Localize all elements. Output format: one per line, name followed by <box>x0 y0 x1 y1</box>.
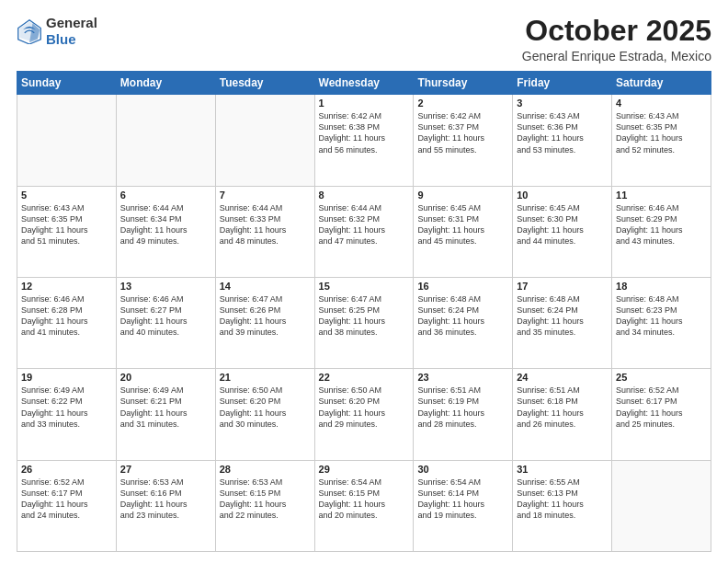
logo: General Blue <box>17 15 97 48</box>
day-number: 27 <box>120 464 211 475</box>
day-number: 6 <box>120 190 211 201</box>
calendar-cell: 6Sunrise: 6:44 AM Sunset: 6:34 PM Daylig… <box>116 186 215 277</box>
cell-details: Sunrise: 6:52 AM Sunset: 6:17 PM Dayligh… <box>616 385 707 430</box>
calendar-cell: 3Sunrise: 6:43 AM Sunset: 6:36 PM Daylig… <box>513 95 612 186</box>
calendar-cell: 14Sunrise: 6:47 AM Sunset: 6:26 PM Dayli… <box>215 277 314 368</box>
day-number: 2 <box>417 98 508 109</box>
calendar-week-3: 19Sunrise: 6:49 AM Sunset: 6:22 PM Dayli… <box>17 369 711 460</box>
calendar-cell: 24Sunrise: 6:51 AM Sunset: 6:18 PM Dayli… <box>513 369 612 460</box>
col-header-tuesday: Tuesday <box>215 72 314 95</box>
day-number: 11 <box>616 190 707 201</box>
cell-details: Sunrise: 6:51 AM Sunset: 6:18 PM Dayligh… <box>517 385 608 430</box>
cell-details: Sunrise: 6:43 AM Sunset: 6:36 PM Dayligh… <box>517 110 608 155</box>
cell-details: Sunrise: 6:50 AM Sunset: 6:20 PM Dayligh… <box>319 385 410 430</box>
cell-details: Sunrise: 6:45 AM Sunset: 6:31 PM Dayligh… <box>417 202 508 247</box>
day-number: 24 <box>517 372 608 383</box>
day-number: 13 <box>120 281 211 292</box>
day-number: 3 <box>517 98 608 109</box>
col-header-monday: Monday <box>116 72 215 95</box>
calendar-cell: 27Sunrise: 6:53 AM Sunset: 6:16 PM Dayli… <box>116 460 215 551</box>
calendar-cell: 13Sunrise: 6:46 AM Sunset: 6:27 PM Dayli… <box>116 277 215 368</box>
calendar-cell: 4Sunrise: 6:43 AM Sunset: 6:35 PM Daylig… <box>612 95 711 186</box>
day-number: 30 <box>417 464 508 475</box>
calendar-week-0: 1Sunrise: 6:42 AM Sunset: 6:38 PM Daylig… <box>17 95 711 186</box>
cell-details: Sunrise: 6:55 AM Sunset: 6:13 PM Dayligh… <box>517 477 608 522</box>
month-title: October 2025 <box>522 15 711 47</box>
calendar-cell: 1Sunrise: 6:42 AM Sunset: 6:38 PM Daylig… <box>314 95 414 186</box>
cell-details: Sunrise: 6:54 AM Sunset: 6:15 PM Dayligh… <box>319 477 410 522</box>
col-header-friday: Friday <box>513 72 612 95</box>
col-header-wednesday: Wednesday <box>314 72 414 95</box>
cell-details: Sunrise: 6:48 AM Sunset: 6:24 PM Dayligh… <box>417 293 508 339</box>
day-number: 7 <box>220 190 311 201</box>
day-number: 14 <box>220 281 311 292</box>
calendar-cell: 9Sunrise: 6:45 AM Sunset: 6:31 PM Daylig… <box>414 186 513 277</box>
cell-details: Sunrise: 6:54 AM Sunset: 6:14 PM Dayligh… <box>417 477 508 522</box>
title-block: October 2025 General Enrique Estrada, Me… <box>522 15 711 63</box>
day-number: 22 <box>319 372 410 383</box>
cell-details: Sunrise: 6:53 AM Sunset: 6:16 PM Dayligh… <box>120 477 211 522</box>
calendar-cell: 15Sunrise: 6:47 AM Sunset: 6:25 PM Dayli… <box>314 277 414 368</box>
calendar-cell: 17Sunrise: 6:48 AM Sunset: 6:24 PM Dayli… <box>513 277 612 368</box>
calendar-cell: 21Sunrise: 6:50 AM Sunset: 6:20 PM Dayli… <box>215 369 314 460</box>
calendar-cell: 22Sunrise: 6:50 AM Sunset: 6:20 PM Dayli… <box>314 369 414 460</box>
header: General Blue October 2025 General Enriqu… <box>17 15 711 63</box>
day-number: 9 <box>417 190 508 201</box>
calendar-cell: 31Sunrise: 6:55 AM Sunset: 6:13 PM Dayli… <box>513 460 612 551</box>
day-number: 16 <box>417 281 508 292</box>
cell-details: Sunrise: 6:43 AM Sunset: 6:35 PM Dayligh… <box>21 202 112 247</box>
day-number: 8 <box>319 190 410 201</box>
calendar-cell <box>17 95 117 186</box>
cell-details: Sunrise: 6:43 AM Sunset: 6:35 PM Dayligh… <box>616 110 707 155</box>
day-number: 4 <box>616 98 707 109</box>
cell-details: Sunrise: 6:53 AM Sunset: 6:15 PM Dayligh… <box>220 477 311 522</box>
calendar-table: SundayMondayTuesdayWednesdayThursdayFrid… <box>17 71 711 552</box>
calendar-cell: 16Sunrise: 6:48 AM Sunset: 6:24 PM Dayli… <box>414 277 513 368</box>
calendar-cell <box>612 460 711 551</box>
cell-details: Sunrise: 6:46 AM Sunset: 6:28 PM Dayligh… <box>21 293 112 339</box>
calendar-cell: 25Sunrise: 6:52 AM Sunset: 6:17 PM Dayli… <box>612 369 711 460</box>
day-number: 28 <box>220 464 311 475</box>
cell-details: Sunrise: 6:44 AM Sunset: 6:33 PM Dayligh… <box>220 202 311 247</box>
day-number: 26 <box>21 464 112 475</box>
day-number: 15 <box>319 281 410 292</box>
location-subtitle: General Enrique Estrada, Mexico <box>522 49 711 63</box>
calendar-cell: 20Sunrise: 6:49 AM Sunset: 6:21 PM Dayli… <box>116 369 215 460</box>
calendar-cell: 18Sunrise: 6:48 AM Sunset: 6:23 PM Dayli… <box>612 277 711 368</box>
day-number: 31 <box>517 464 608 475</box>
cell-details: Sunrise: 6:48 AM Sunset: 6:24 PM Dayligh… <box>517 293 608 339</box>
day-number: 29 <box>319 464 410 475</box>
calendar-cell: 19Sunrise: 6:49 AM Sunset: 6:22 PM Dayli… <box>17 369 117 460</box>
calendar-week-2: 12Sunrise: 6:46 AM Sunset: 6:28 PM Dayli… <box>17 277 711 368</box>
cell-details: Sunrise: 6:44 AM Sunset: 6:32 PM Dayligh… <box>319 202 410 247</box>
calendar-week-1: 5Sunrise: 6:43 AM Sunset: 6:35 PM Daylig… <box>17 186 711 277</box>
cell-details: Sunrise: 6:49 AM Sunset: 6:22 PM Dayligh… <box>21 385 112 430</box>
day-number: 12 <box>21 281 112 292</box>
calendar-cell: 5Sunrise: 6:43 AM Sunset: 6:35 PM Daylig… <box>17 186 117 277</box>
logo-text: General Blue <box>46 15 97 48</box>
cell-details: Sunrise: 6:48 AM Sunset: 6:23 PM Dayligh… <box>616 293 707 339</box>
cell-details: Sunrise: 6:47 AM Sunset: 6:26 PM Dayligh… <box>220 293 311 339</box>
day-number: 17 <box>517 281 608 292</box>
calendar-cell: 30Sunrise: 6:54 AM Sunset: 6:14 PM Dayli… <box>414 460 513 551</box>
calendar-cell: 29Sunrise: 6:54 AM Sunset: 6:15 PM Dayli… <box>314 460 414 551</box>
calendar-week-4: 26Sunrise: 6:52 AM Sunset: 6:17 PM Dayli… <box>17 460 711 551</box>
calendar-cell <box>215 95 314 186</box>
day-number: 20 <box>120 372 211 383</box>
logo-icon <box>17 18 42 44</box>
day-number: 5 <box>21 190 112 201</box>
day-number: 19 <box>21 372 112 383</box>
cell-details: Sunrise: 6:47 AM Sunset: 6:25 PM Dayligh… <box>319 293 410 339</box>
col-header-sunday: Sunday <box>17 72 117 95</box>
day-number: 21 <box>220 372 311 383</box>
cell-details: Sunrise: 6:51 AM Sunset: 6:19 PM Dayligh… <box>417 385 508 430</box>
day-number: 1 <box>319 98 410 109</box>
cell-details: Sunrise: 6:45 AM Sunset: 6:30 PM Dayligh… <box>517 202 608 247</box>
calendar-cell: 10Sunrise: 6:45 AM Sunset: 6:30 PM Dayli… <box>513 186 612 277</box>
calendar-cell: 11Sunrise: 6:46 AM Sunset: 6:29 PM Dayli… <box>612 186 711 277</box>
logo-general: General <box>46 15 97 31</box>
cell-details: Sunrise: 6:50 AM Sunset: 6:20 PM Dayligh… <box>220 385 311 430</box>
cell-details: Sunrise: 6:44 AM Sunset: 6:34 PM Dayligh… <box>120 202 211 247</box>
cell-details: Sunrise: 6:49 AM Sunset: 6:21 PM Dayligh… <box>120 385 211 430</box>
calendar-cell: 23Sunrise: 6:51 AM Sunset: 6:19 PM Dayli… <box>414 369 513 460</box>
